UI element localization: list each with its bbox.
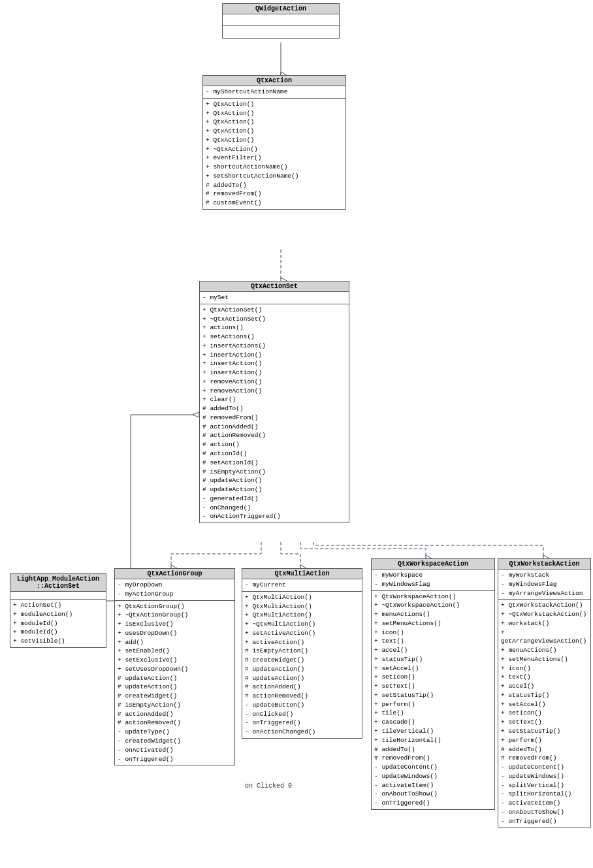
box-qtxactionset-methods: + QtxActionSet() + ~QtxActionSet() + act… [200,304,349,522]
box-qtxaction-attrs: - myShortcutActionName [203,86,345,99]
box-qtxaction-title: QtxAction [203,76,345,86]
box-lightapp-methods: + ActionSet() + moduleAction() + moduleI… [10,600,106,647]
box-qwidgetaction-title: QWidgetAction [223,4,339,14]
arrow-lightapp-actionset-head [193,412,199,417]
box-lightapp: LightApp_ModuleAction::ActionSet + Actio… [10,573,106,648]
box-qtxactionset-title: QtxActionSet [200,281,349,292]
arrow-actionset-workstackaction [313,542,543,558]
box-qtxmultiaction: QtxMultiAction - myCurrent + QtxMultiAct… [242,568,362,739]
box-qtxactiongroup: QtxActionGroup - myDropDown- myActionGro… [114,568,235,765]
box-qtxworkstackaction-methods: + QtxWorkstackAction() + ~QtxWorkstackAc… [498,600,590,827]
on-clicked-label: on Clicked 0 [245,782,292,790]
box-qtxworkstackaction: QtxWorkstackAction - myWorkstack- myWind… [498,558,591,828]
box-qtxworkspaceaction-attrs: - myWorkspace- myWindowsFlag [372,570,494,591]
box-qtxactionset-attrs: - mySet [200,292,349,304]
box-qtxaction: QtxAction - myShortcutActionName + QtxAc… [202,75,346,210]
box-qtxworkstackaction-attrs: - myWorkstack- myWindowsFlag- myArrangeV… [498,570,590,600]
arrow-actionset-workspaceaction [300,542,426,558]
box-qtxactionset: QtxActionSet - mySet + QtxActionSet() + … [199,281,349,523]
box-qwidgetaction-sec1 [223,14,339,26]
arrow-actionset-multiaction [281,542,300,568]
diagram-container: QWidgetAction QtxAction - myShortcutActi… [0,0,593,868]
arrow-actionset-actiongroup [171,542,261,568]
box-qtxactiongroup-title: QtxActionGroup [115,569,234,579]
box-qtxactiongroup-attrs: - myDropDown- myActionGroup [115,579,234,601]
box-qtxmultiaction-methods: + QtxMultiAction() + QtxMultiAction() + … [242,592,362,738]
box-qtxmultiaction-title: QtxMultiAction [242,569,362,579]
box-qtxactiongroup-methods: + QtxActionGroup() + ~QtxActionGroup() +… [115,601,234,765]
box-qtxaction-methods: + QtxAction() + QtxAction() + QtxAction(… [203,99,345,209]
box-lightapp-title: LightApp_ModuleAction::ActionSet [10,574,106,592]
box-lightapp-attrs [10,592,106,600]
box-qtxworkstackaction-title: QtxWorkstackAction [498,559,590,570]
box-qwidgetaction-sec2 [223,26,339,38]
box-qtxmultiaction-attrs: - myCurrent [242,579,362,592]
box-qtxworkspaceaction: QtxWorkspaceAction - myWorkspace- myWind… [371,558,495,810]
box-qwidgetaction: QWidgetAction [222,3,340,39]
box-qtxworkspaceaction-title: QtxWorkspaceAction [372,559,494,570]
box-qtxworkspaceaction-methods: + QtxWorkspaceAction() + ~QtxWorkspaceAc… [372,591,494,809]
